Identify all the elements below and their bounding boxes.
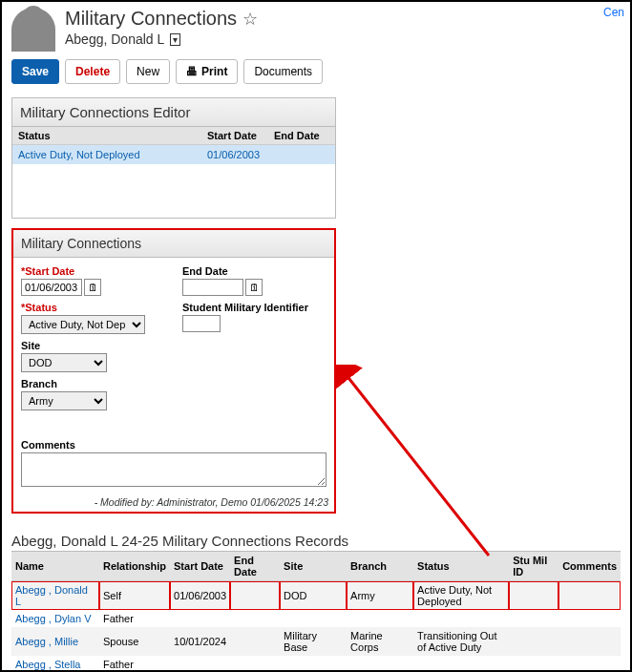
editor-cell-status: Active Duty, Not Deployed xyxy=(12,145,201,165)
record-site: DOD xyxy=(280,581,347,611)
record-stumil xyxy=(509,581,558,611)
start-date-label: Start Date xyxy=(21,265,165,277)
page-title: Military Connections ☆ xyxy=(65,8,621,30)
record-rel: Self xyxy=(99,581,170,611)
record-branch: Marine Corps xyxy=(347,627,413,656)
record-rel: Father xyxy=(99,656,170,672)
printer-icon: 🖶 xyxy=(186,65,198,78)
calendar-icon[interactable]: 🗓 xyxy=(84,279,101,296)
record-end xyxy=(230,656,280,672)
records-col-stumil[interactable]: Stu Mil ID xyxy=(509,552,558,581)
delete-button[interactable]: Delete xyxy=(65,59,120,84)
editor-panel-title: Military Connections Editor xyxy=(12,98,335,127)
records-col-end[interactable]: End Date xyxy=(230,552,280,581)
documents-button[interactable]: Documents xyxy=(243,59,323,84)
person-card-icon[interactable]: ▾ xyxy=(170,33,180,46)
editor-table: Status Start Date End Date Active Duty, … xyxy=(12,127,335,164)
records-col-branch[interactable]: Branch xyxy=(347,552,413,581)
editor-col-status[interactable]: Status xyxy=(12,127,201,145)
record-rel: Spouse xyxy=(99,627,170,656)
toolbar: Save Delete New 🖶 Print Documents xyxy=(2,52,630,92)
avatar xyxy=(11,8,55,52)
smi-input[interactable] xyxy=(182,315,221,332)
table-row[interactable]: Abegg , MillieSpouse10/01/2024Military B… xyxy=(11,627,621,656)
record-status: Active Duty, Not Deployed xyxy=(413,581,509,611)
top-right-link[interactable]: Cen xyxy=(603,6,624,19)
editor-cell-start: 01/06/2003 xyxy=(201,145,268,165)
records-col-name[interactable]: Name xyxy=(11,552,99,581)
record-name-link[interactable]: Abegg , Dylan V xyxy=(15,613,92,624)
table-row[interactable]: Abegg , StellaFather xyxy=(11,656,621,672)
records-title: Abegg, Donald L 24-25 Military Connectio… xyxy=(11,533,621,549)
record-name-link[interactable]: Abegg , Millie xyxy=(15,636,78,647)
record-comments xyxy=(558,610,621,627)
favorite-star-icon[interactable]: ☆ xyxy=(242,9,258,30)
record-comments xyxy=(558,581,621,611)
person-name: Abegg, Donald L xyxy=(65,32,164,47)
branch-label: Branch xyxy=(21,378,165,389)
record-end xyxy=(230,610,280,627)
comments-textarea[interactable] xyxy=(21,452,327,487)
record-start xyxy=(170,610,230,627)
record-status xyxy=(413,610,509,627)
save-button[interactable]: Save xyxy=(11,59,59,84)
record-start: 10/01/2024 xyxy=(170,627,230,656)
record-end xyxy=(230,581,280,611)
records-table: Name Relationship Start Date End Date Si… xyxy=(11,552,621,672)
record-name-link[interactable]: Abegg , Stella xyxy=(15,659,81,670)
record-rel: Father xyxy=(99,610,170,627)
record-site xyxy=(280,610,347,627)
form-panel-title: Military Connections xyxy=(13,230,334,258)
end-date-input[interactable] xyxy=(182,279,243,296)
page-title-text: Military Connections xyxy=(65,8,237,30)
svg-line-0 xyxy=(346,374,489,556)
records-col-status[interactable]: Status xyxy=(413,552,509,581)
editor-cell-end xyxy=(268,145,335,165)
smi-label: Student Military Identifier xyxy=(182,302,327,313)
record-end xyxy=(230,627,280,656)
record-stumil xyxy=(509,627,558,656)
editor-row[interactable]: Active Duty, Not Deployed 01/06/2003 xyxy=(12,145,335,165)
start-date-input[interactable] xyxy=(21,279,82,296)
calendar-icon[interactable]: 🗓 xyxy=(245,279,263,296)
end-date-label: End Date xyxy=(182,265,327,277)
record-stumil xyxy=(509,610,558,627)
editor-col-end[interactable]: End Date xyxy=(268,127,335,145)
record-stumil xyxy=(509,656,558,672)
comments-label: Comments xyxy=(21,439,327,451)
record-start: 01/06/2003 xyxy=(170,581,230,611)
modified-by-text: - Modified by: Administrator, Demo 01/06… xyxy=(13,494,334,512)
records-col-site[interactable]: Site xyxy=(280,552,347,581)
site-label: Site xyxy=(21,340,165,351)
record-start xyxy=(170,656,230,672)
records-col-comments[interactable]: Comments xyxy=(558,552,621,581)
status-label: Status xyxy=(21,302,165,313)
form-panel: Military Connections Start Date 🗓 End Da… xyxy=(11,228,336,514)
site-select[interactable]: DOD xyxy=(21,353,107,372)
record-name-link[interactable]: Abegg , Donald L xyxy=(15,584,88,607)
record-site: Military Base xyxy=(280,627,347,656)
record-branch xyxy=(347,610,413,627)
records-col-start[interactable]: Start Date xyxy=(170,552,230,581)
new-button[interactable]: New xyxy=(126,59,170,84)
status-select[interactable]: Active Duty, Not Deployed xyxy=(21,315,145,334)
print-label: Print xyxy=(201,65,227,78)
record-branch xyxy=(347,656,413,672)
record-status xyxy=(413,656,509,672)
branch-select[interactable]: Army xyxy=(21,391,107,410)
record-comments xyxy=(558,627,621,656)
record-branch: Army xyxy=(347,581,413,611)
record-comments xyxy=(558,656,621,672)
table-row[interactable]: Abegg , Dylan VFather xyxy=(11,610,621,627)
table-row[interactable]: Abegg , Donald LSelf01/06/2003DODArmyAct… xyxy=(11,581,621,611)
print-button[interactable]: 🖶 Print xyxy=(176,59,238,84)
records-col-rel[interactable]: Relationship xyxy=(99,552,170,581)
editor-col-start[interactable]: Start Date xyxy=(201,127,268,145)
record-site xyxy=(280,656,347,672)
record-status: Transitioning Out of Active Duty xyxy=(413,627,509,656)
